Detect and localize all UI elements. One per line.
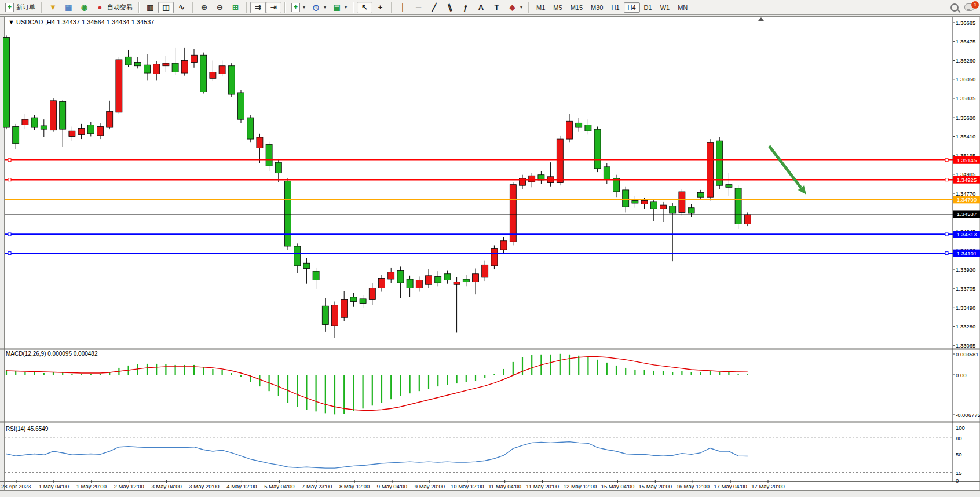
- dropdown-caret-icon: ▾: [303, 5, 305, 10]
- zoom-out-button[interactable]: ⊖: [212, 2, 228, 13]
- svg-text:1.33280: 1.33280: [956, 323, 975, 330]
- svg-text:11 May 04:00: 11 May 04:00: [488, 483, 521, 489]
- svg-text:0.00: 0.00: [956, 372, 967, 378]
- new-order-button-label: 新订单: [16, 3, 35, 12]
- svg-text:1.36685: 1.36685: [956, 20, 975, 26]
- timeframe-d1-button[interactable]: D1: [640, 2, 656, 13]
- timeframe-m5-button[interactable]: M5: [549, 2, 566, 13]
- svg-text:15 May 20:00: 15 May 20:00: [639, 483, 672, 489]
- toolbar-separator: [246, 2, 247, 13]
- hline-icon: ─: [414, 2, 423, 12]
- svg-text:1.36475: 1.36475: [956, 38, 975, 45]
- periods-button[interactable]: ◷▾: [308, 2, 329, 13]
- arrows-icon: ◆: [507, 2, 517, 12]
- timeframe-h1-button[interactable]: H1: [607, 2, 623, 13]
- svg-text:1.36050: 1.36050: [956, 76, 975, 82]
- rsi-label: RSI(14) 45.6549: [6, 426, 49, 432]
- notification-badge: 1: [971, 1, 979, 9]
- svg-text:1.34770: 1.34770: [956, 191, 975, 197]
- crosshair-button[interactable]: +: [372, 2, 388, 13]
- svg-text:9 May 04:00: 9 May 04:00: [377, 483, 407, 489]
- cursor-icon: ↖: [360, 2, 370, 12]
- autotrade-icon: ●: [95, 2, 105, 12]
- svg-text:1 May 20:00: 1 May 20:00: [76, 483, 107, 489]
- toolbar-separator: [353, 2, 354, 13]
- arrows-button[interactable]: ◆▾: [504, 2, 525, 13]
- zoom-in-button[interactable]: ⊕: [196, 2, 212, 13]
- hline-button[interactable]: ─: [411, 2, 426, 13]
- svg-text:1.34700: 1.34700: [957, 196, 977, 203]
- data-window-button[interactable]: ▦: [61, 2, 76, 13]
- svg-text:7 May 23:00: 7 May 23:00: [302, 483, 332, 489]
- fibonacci-button[interactable]: ƒ: [458, 2, 473, 13]
- chart-canvas[interactable]: 1.366851.364751.362601.360501.358351.356…: [0, 0, 980, 497]
- svg-text:10 May 12:00: 10 May 12:00: [451, 483, 484, 489]
- zoom-out-icon: ⊖: [215, 2, 225, 12]
- autotrade-button-label: 自动交易: [107, 3, 133, 12]
- chart-line-icon: ∿: [177, 2, 187, 12]
- timeframe-mn-button[interactable]: MN: [674, 2, 692, 13]
- label-icon: T: [492, 2, 502, 12]
- toolbar-separator: [138, 2, 140, 13]
- svg-text:3 May 20:00: 3 May 20:00: [189, 483, 219, 489]
- channel-button[interactable]: ∥: [442, 2, 458, 13]
- dropdown-caret-icon: ▾: [520, 5, 522, 10]
- vline-button[interactable]: │: [395, 2, 411, 13]
- label-button[interactable]: T: [489, 2, 504, 13]
- trendline-button[interactable]: ╱: [426, 2, 442, 13]
- svg-text:1 May 04:00: 1 May 04:00: [39, 483, 69, 489]
- timeframe-m1-button[interactable]: M1: [532, 2, 549, 13]
- dropdown-caret-icon: ▾: [324, 5, 326, 10]
- tile-windows-button[interactable]: ⊞: [228, 2, 243, 13]
- svg-text:28 Apr 2023: 28 Apr 2023: [1, 483, 31, 489]
- new-order-icon: +: [5, 3, 14, 12]
- chart-bars-button[interactable]: ▥: [142, 2, 158, 13]
- svg-text:8 May 12:00: 8 May 12:00: [339, 483, 370, 489]
- chart-candles-icon: ◫: [161, 2, 171, 12]
- chart-shift-button[interactable]: ⇥: [266, 2, 281, 13]
- svg-text:11 May 20:00: 11 May 20:00: [526, 483, 559, 489]
- cursor-button[interactable]: ↖: [357, 2, 372, 13]
- svg-text:12 May 12:00: 12 May 12:00: [564, 483, 597, 489]
- svg-text:4 May 12:00: 4 May 12:00: [226, 483, 257, 489]
- svg-text:50: 50: [956, 451, 962, 458]
- svg-text:1.35410: 1.35410: [956, 133, 975, 140]
- dropdown-caret-icon: ▾: [345, 5, 347, 10]
- svg-text:1.36260: 1.36260: [956, 57, 975, 64]
- timeframe-m15-button[interactable]: M15: [566, 2, 587, 13]
- channel-icon: ∥: [444, 1, 456, 14]
- chart-line-button[interactable]: ∿: [174, 2, 189, 13]
- search-icon[interactable]: [950, 3, 959, 12]
- svg-text:1.34537: 1.34537: [957, 211, 977, 217]
- svg-text:1.33490: 1.33490: [956, 305, 975, 311]
- autotrade-button[interactable]: ●自动交易: [92, 2, 136, 13]
- toolbar-separator: [284, 2, 286, 13]
- svg-text:1.35835: 1.35835: [956, 95, 975, 101]
- mt4-terminal: +新订单▼▦◉●自动交易▥◫∿⊕⊖⊞⇉⇥+▾◷▾▤▾↖+│─╱∥ƒAT◆▾M1M…: [0, 0, 980, 497]
- timeframe-m30-button[interactable]: M30: [587, 2, 607, 13]
- timeframe-w1-button[interactable]: W1: [656, 2, 674, 13]
- periods-icon: ◷: [311, 2, 321, 12]
- chat-icon[interactable]: 1: [964, 3, 974, 11]
- indicators-icon: +: [291, 3, 300, 12]
- timeframe-h4-button[interactable]: H4: [624, 2, 640, 13]
- svg-text:1.35145: 1.35145: [957, 157, 977, 163]
- svg-text:17 May 20:00: 17 May 20:00: [751, 483, 785, 489]
- new-order-button[interactable]: +新订单: [2, 2, 38, 13]
- text-button[interactable]: A: [473, 2, 489, 13]
- svg-text:17 May 04:00: 17 May 04:00: [714, 483, 747, 489]
- svg-text:1.34925: 1.34925: [957, 177, 977, 183]
- toolbar-separator: [528, 2, 529, 13]
- svg-text:1.34101: 1.34101: [957, 250, 977, 257]
- svg-text:2 May 12:00: 2 May 12:00: [114, 483, 144, 489]
- indicators-button[interactable]: +▾: [288, 2, 308, 13]
- fibonacci-icon: ƒ: [460, 2, 470, 12]
- chart-candles-button[interactable]: ◫: [158, 2, 174, 13]
- market-watch-button[interactable]: ▼: [45, 2, 61, 13]
- templates-button[interactable]: ▤▾: [329, 2, 350, 13]
- templates-icon: ▤: [332, 2, 342, 12]
- chart-shift-icon: ⇥: [269, 2, 279, 12]
- svg-text:1.33920: 1.33920: [956, 266, 975, 273]
- navigator-button[interactable]: ◉: [76, 2, 92, 13]
- auto-scroll-button[interactable]: ⇉: [250, 2, 266, 13]
